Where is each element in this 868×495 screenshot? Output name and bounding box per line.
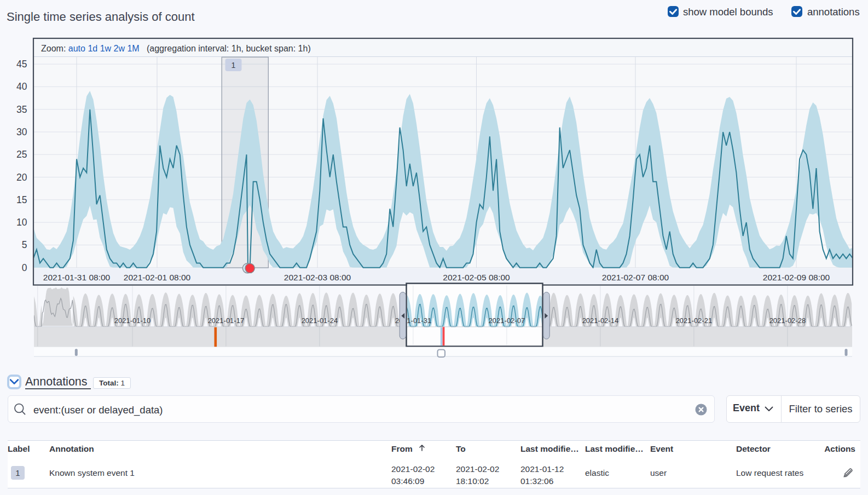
svg-text:40: 40: [16, 81, 27, 92]
svg-text:5: 5: [22, 239, 27, 250]
svg-text:2021-02-09 08:00: 2021-02-09 08:00: [763, 273, 830, 282]
svg-text:30: 30: [16, 126, 27, 137]
svg-text:Zoom: auto 1d 1w 2w 1M (aggr: Zoom: auto 1d 1w 2w 1M (aggregation inte…: [41, 44, 311, 53]
svg-text:1: 1: [232, 61, 236, 70]
svg-text:2021-01-31 08:00: 2021-01-31 08:00: [43, 273, 111, 282]
svg-text:35: 35: [16, 104, 27, 115]
svg-text:2021-02-07 08:00: 2021-02-07 08:00: [602, 273, 669, 282]
svg-text:2021-02-21: 2021-02-21: [676, 316, 713, 325]
svg-text:0: 0: [22, 262, 27, 273]
svg-text:20: 20: [16, 172, 27, 183]
svg-text:2021-02-28: 2021-02-28: [769, 316, 806, 325]
svg-text:2021-02-01 08:00: 2021-02-01 08:00: [124, 273, 191, 282]
svg-text:2021-02-03 08:00: 2021-02-03 08:00: [284, 273, 351, 282]
svg-text:10: 10: [16, 217, 27, 228]
svg-text:25: 25: [16, 149, 27, 160]
svg-text:15: 15: [16, 194, 27, 205]
svg-text:2021-02-14: 2021-02-14: [582, 316, 619, 325]
svg-text:2021-01-24: 2021-01-24: [302, 316, 338, 325]
svg-text:2021-01-17: 2021-01-17: [208, 316, 245, 325]
svg-text:2021-02-07: 2021-02-07: [489, 316, 525, 325]
svg-text:2021-01-10: 2021-01-10: [114, 316, 151, 325]
svg-text:2021-02-05 08:00: 2021-02-05 08:00: [443, 273, 510, 282]
svg-text:45: 45: [16, 59, 27, 70]
